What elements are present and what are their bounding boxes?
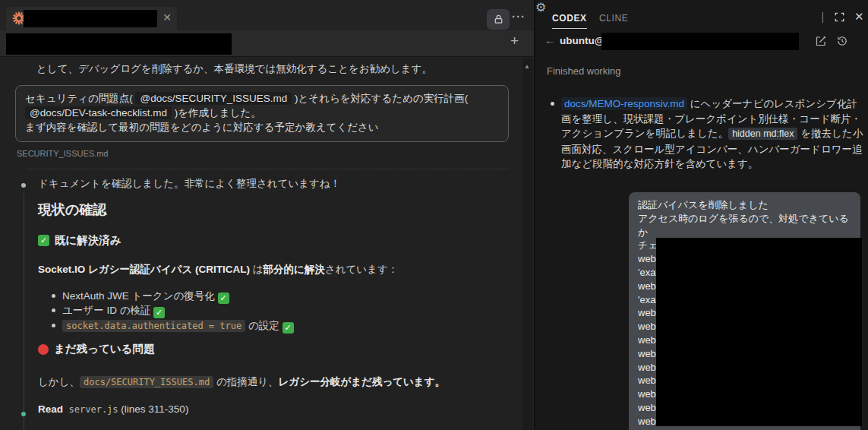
resolved-heading-text: 既に解決済み bbox=[55, 233, 122, 248]
file-mention[interactable]: @docs/DEV-task-checklist.md bbox=[25, 106, 172, 119]
dotted-divider bbox=[27, 169, 509, 169]
list-item-text: ユーザー ID の検証 bbox=[62, 305, 153, 316]
socket-bold: Socket.IO レガシー認証バイパス (CRITICAL) bbox=[38, 264, 250, 275]
section-heading: 現状の確認 bbox=[38, 201, 106, 219]
however-pre: しかし、 bbox=[38, 376, 80, 387]
assistant-intro: ドキュメントを確認しました。非常によく整理されていますね！ bbox=[38, 177, 340, 191]
list-item: socket.data.authenticated = true の設定 ✓ bbox=[62, 319, 294, 334]
list-item-text: の設定 bbox=[245, 320, 282, 331]
history-icon[interactable] bbox=[836, 35, 848, 47]
thread-line bbox=[24, 193, 24, 430]
tab-cline[interactable]: CLINE bbox=[599, 13, 628, 24]
inline-code: docs/SECURITY_ISSUES.md bbox=[80, 376, 213, 388]
resolved-heading: ✓ 既に解決済み bbox=[38, 233, 122, 248]
app-window: { "icons": { "close_x": "✕", "more_dots"… bbox=[0, 0, 868, 430]
socket-bold2: 部分的に解決 bbox=[264, 264, 325, 275]
user-msg-line2: まず内容を確認して最初の問題をどのように対応する予定か教えてください bbox=[25, 122, 379, 133]
expand-icon[interactable] bbox=[834, 11, 845, 23]
bubble-line: アクセス時のログを張るので、対処できているか bbox=[638, 212, 851, 239]
assistant-message-tail: として、デバッグログを削除するか、本番環境では無効化することをお勧めします。 bbox=[36, 62, 515, 76]
check-emoji: ✓ bbox=[38, 235, 49, 246]
chat-tab[interactable]: ✕ bbox=[6, 7, 177, 30]
read-range: (lines 311-350) bbox=[121, 403, 188, 415]
file-link[interactable]: docs/MEMO-responsiv.md bbox=[561, 97, 687, 110]
scroll-up-arrow[interactable]: ▲ bbox=[524, 63, 530, 70]
chat-panel: ✕ ··· + ▲ として、デバッグログを削除するか、本番環境では無効化すること… bbox=[0, 0, 534, 430]
bubble-line: 認証バイパスを削除しました bbox=[638, 198, 851, 212]
codex-panel: CODEX CLINE ✕ ← ubuntu@ ⚙ Finished worki… bbox=[534, 0, 868, 430]
close-icon[interactable]: ✕ bbox=[163, 11, 172, 24]
list-bullet bbox=[52, 294, 55, 298]
panel-divider-icon bbox=[822, 12, 823, 23]
user-msg-seg3: )を作成しました。 bbox=[175, 107, 261, 119]
remaining-heading-text: まだ残っている問題 bbox=[54, 342, 155, 356]
inline-code: hidden md:flex bbox=[728, 128, 797, 140]
however-bold: レガシー分岐がまだ残っています。 bbox=[279, 376, 445, 387]
new-tab-button[interactable]: + bbox=[510, 33, 519, 49]
tab-codex[interactable]: CODEX bbox=[552, 13, 587, 29]
remaining-heading: まだ残っている問題 bbox=[38, 342, 155, 356]
redacted-tab-title bbox=[24, 10, 157, 27]
list-item: NextAuth JWE トークンの復号化 ✓ bbox=[62, 289, 229, 304]
read-file: server.js bbox=[69, 404, 118, 415]
turn-bullet bbox=[21, 183, 26, 188]
list-bullet bbox=[52, 324, 55, 327]
user-msg-seg2: )とそれらを対応するための実行計画( bbox=[295, 93, 468, 104]
back-arrow-icon[interactable]: ← bbox=[544, 34, 555, 46]
redacted-log-content bbox=[656, 238, 862, 426]
scrollbar[interactable] bbox=[522, 58, 532, 430]
check-emoji: ✓ bbox=[282, 322, 294, 334]
socket-mid: は bbox=[250, 264, 264, 275]
list-bullet bbox=[52, 308, 55, 312]
secondary-bar: + bbox=[0, 30, 534, 57]
summary-paragraph: docs/MEMO-responsiv.md にヘッダーナビのレスポンシブ化計画… bbox=[561, 96, 867, 172]
context-file-label[interactable]: SECURITY_ISSUES.md bbox=[17, 149, 108, 158]
summary-bullet bbox=[551, 102, 554, 106]
new-chat-icon[interactable] bbox=[815, 35, 827, 47]
however-mid: の指摘通り、 bbox=[213, 376, 278, 387]
check-emoji: ✓ bbox=[218, 292, 229, 304]
read-label: Read bbox=[38, 403, 63, 415]
list-item: ユーザー ID の検証 ✓ bbox=[62, 304, 165, 318]
user-msg-seg1: セキュリティの問題点( bbox=[25, 93, 133, 104]
tool-bullet bbox=[21, 412, 26, 416]
however-line: しかし、docs/SECURITY_ISSUES.md の指摘通り、レガシー分岐… bbox=[38, 375, 445, 389]
more-options-icon[interactable]: ··· bbox=[512, 10, 526, 23]
session-label: ubuntu@ bbox=[560, 35, 604, 46]
check-emoji: ✓ bbox=[153, 307, 165, 318]
user-message-box: セキュリティの問題点( @docs/SECURITY_ISSUES.md )とそ… bbox=[15, 85, 509, 142]
gear-icon[interactable]: ⚙ bbox=[535, 1, 546, 14]
file-mention[interactable]: @docs/SECURITY_ISSUES.md bbox=[135, 92, 292, 105]
inline-code: socket.data.authenticated = true bbox=[62, 320, 245, 332]
redacted-session-name bbox=[601, 33, 799, 50]
socket-status-line: Socket.IO レガシー認証バイパス (CRITICAL) は部分的に解決さ… bbox=[38, 263, 398, 277]
tab-strip: ✕ ··· bbox=[0, 0, 534, 30]
red-circle-emoji bbox=[38, 344, 49, 355]
close-panel-icon[interactable]: ✕ bbox=[854, 10, 864, 24]
list-item-text: NextAuth JWE トークンの復号化 bbox=[62, 290, 218, 302]
lock-icon bbox=[493, 14, 504, 25]
redacted-title-bar bbox=[6, 33, 232, 55]
lock-button[interactable] bbox=[487, 9, 510, 30]
read-tool-row: Read server.js (lines 311-350) bbox=[38, 403, 188, 415]
socket-tail: されています： bbox=[325, 264, 398, 275]
status-text: Finished working bbox=[547, 65, 621, 77]
